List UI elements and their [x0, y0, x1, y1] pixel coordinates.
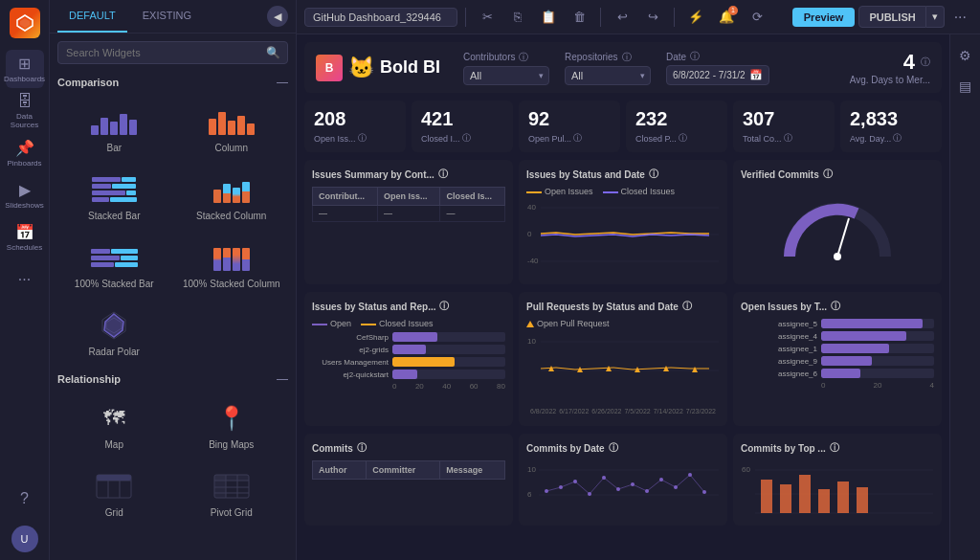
toolbar-divider-2 [600, 8, 601, 27]
svg-rect-56 [780, 484, 791, 513]
nav-slideshows[interactable]: ▶ Slideshows [6, 176, 44, 214]
pr-line-chart: 10 [526, 332, 720, 418]
right-settings-icon[interactable]: ⚙ [952, 42, 979, 69]
bing-maps-icon: 📍 [217, 405, 246, 432]
widget-map[interactable]: 🗺 Map [57, 393, 171, 458]
widget-100-stacked-column[interactable]: 100% Stacked Column [175, 233, 289, 297]
filter-button[interactable]: ⚡ [682, 4, 709, 31]
svg-rect-59 [837, 482, 849, 513]
hbar-row: ej2-grids [312, 345, 505, 354]
publish-button[interactable]: PUBLISH [858, 6, 925, 28]
cut-button[interactable]: ✂ [474, 4, 501, 31]
notifications-button[interactable]: 🔔 1 [713, 4, 740, 31]
contributors-select[interactable]: All [463, 66, 549, 85]
open-issues-assignee-chart: Open Issues by T... ⓘ assignee_5 assigne… [733, 292, 942, 426]
relationship-collapse-btn[interactable]: — [277, 372, 288, 386]
right-panel-icon[interactable]: ▤ [952, 73, 979, 100]
widget-stacked-column[interactable]: Stacked Column [175, 165, 289, 229]
svg-rect-55 [761, 480, 772, 513]
more-options-button[interactable]: ··· [948, 5, 972, 30]
nav-pinboards[interactable]: 📌 Pinboards [6, 134, 44, 172]
verified-commits-info[interactable]: ⓘ [823, 168, 833, 181]
undo-button[interactable]: ↩ [609, 4, 635, 31]
redo-button[interactable]: ↪ [639, 4, 666, 31]
stat-closed-issues: 421 Closed I... ⓘ [412, 101, 513, 152]
svg-marker-1 [20, 18, 30, 28]
preview-button[interactable]: Preview [792, 8, 856, 27]
delete-button[interactable]: 🗑 [566, 4, 592, 31]
widget-bar[interactable]: Bar [57, 97, 171, 161]
widget-stacked-bar[interactable]: Stacked Bar [57, 165, 171, 229]
col-contributor: Contribut... [313, 188, 378, 206]
svg-rect-12 [214, 475, 249, 481]
panel-collapse-button[interactable]: ◀ [267, 6, 288, 27]
commits-top-bar-chart: 60 [741, 460, 934, 518]
commits-info[interactable]: ⓘ [357, 441, 367, 455]
gauge-chart [741, 187, 934, 263]
relationship-section-header: Relationship — [50, 369, 296, 390]
svg-rect-9 [97, 475, 131, 481]
svg-rect-58 [818, 489, 830, 513]
hbar-row: assignee_9 [741, 356, 934, 366]
widget-100-stacked-bar[interactable]: 100% Stacked Bar [57, 233, 171, 297]
widget-column[interactable]: Column [175, 97, 289, 161]
svg-point-25 [834, 253, 841, 260]
commits-by-date-info[interactable]: ⓘ [609, 441, 618, 455]
closed-pull-info[interactable]: ⓘ [679, 132, 687, 145]
svg-text:10: 10 [527, 465, 536, 474]
filter-bar: B 🐱 Bold BI Contributors ⓘ All [304, 42, 942, 93]
pr-status-info[interactable]: ⓘ [682, 300, 692, 313]
total-commits-info[interactable]: ⓘ [784, 132, 792, 145]
date-range-input[interactable]: 6/8/2022 - 7/31/2 📅 [666, 65, 769, 85]
publish-dropdown-button[interactable]: ▾ [926, 6, 945, 28]
comparison-section-header: Comparison — [50, 72, 296, 93]
issues-summary-info[interactable]: ⓘ [438, 168, 448, 181]
nav-dashboards[interactable]: ⊞ Dashboards [6, 50, 44, 88]
svg-text:40: 40 [527, 203, 536, 212]
avg-days-card: 4 ⓘ Avg. Days to Mer... [850, 50, 930, 85]
toolbar-divider-1 [465, 8, 466, 27]
svg-text:60: 60 [742, 465, 750, 474]
open-pull-info[interactable]: ⓘ [573, 132, 582, 145]
commits-date-line-chart: 10 6 [526, 460, 720, 518]
hbar-row: assignee_5 [741, 319, 934, 328]
search-input[interactable] [57, 41, 288, 64]
nav-data-sources[interactable]: 🗄 Data Sources [6, 92, 44, 130]
issues-by-status-info[interactable]: ⓘ [649, 168, 658, 181]
pinboards-icon: 📌 [15, 139, 34, 157]
comparison-collapse-btn[interactable]: — [277, 76, 288, 89]
commits-by-top-info[interactable]: ⓘ [830, 441, 839, 455]
commits-by-top-chart: Commits by Top ... ⓘ 60 [733, 434, 942, 526]
col-closed-issues: Closed Is... [440, 188, 505, 206]
refresh-button[interactable]: ⟳ [744, 4, 770, 31]
widget-grid[interactable]: Grid [57, 461, 171, 526]
boldbi-logo: B 🐱 Bold BI [316, 55, 440, 81]
nav-schedules[interactable]: 📅 Schedules [6, 218, 44, 257]
open-issues-assignee-info[interactable]: ⓘ [831, 300, 840, 313]
widget-radar-polar[interactable]: Radar Polar [57, 301, 171, 365]
commits-by-date-chart: Commits by Date ⓘ 10 6 [519, 434, 727, 526]
repo-hbar-chart: CefSharp ej2-grids Users Management [312, 332, 505, 391]
svg-rect-60 [857, 487, 868, 513]
left-navigation: ⊞ Dashboards 🗄 Data Sources 📌 Pinboards … [0, 0, 50, 560]
col-committer: Committer [367, 461, 440, 480]
avg-days-stat-info[interactable]: ⓘ [893, 132, 902, 145]
issues-by-repo-info[interactable]: ⓘ [439, 300, 449, 313]
open-issues-info[interactable]: ⓘ [358, 132, 367, 145]
nav-more[interactable]: ··· [6, 260, 44, 299]
closed-issues-info[interactable]: ⓘ [462, 132, 471, 145]
copy-button[interactable]: ⎘ [504, 4, 531, 31]
user-avatar[interactable]: U [11, 526, 38, 552]
widget-bing-maps[interactable]: 📍 Bing Maps [175, 393, 289, 458]
nav-help[interactable]: ? [6, 480, 44, 518]
paste-button[interactable]: 📋 [535, 4, 562, 31]
repositories-select[interactable]: All [565, 66, 651, 85]
tab-default[interactable]: DEFAULT [57, 0, 127, 33]
data-sources-icon: 🗄 [17, 93, 33, 110]
assignee-hbar-axis: 0204 [741, 381, 934, 390]
svg-text:6: 6 [527, 490, 532, 499]
tab-existing[interactable]: EXISTING [131, 0, 203, 33]
comparison-widgets: Bar Column Stacked Bar [50, 93, 296, 369]
widget-pivot-grid[interactable]: Pivot Grid [175, 461, 289, 526]
dashboard-title-input[interactable] [304, 8, 457, 27]
